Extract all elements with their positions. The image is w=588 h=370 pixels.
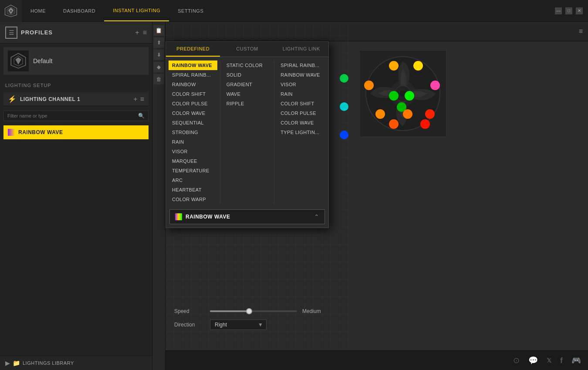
item-arc[interactable]: ARC bbox=[169, 175, 217, 185]
tab-predefined[interactable]: PREDEFINED bbox=[166, 42, 220, 57]
tool-btn-2[interactable]: ⬆ bbox=[154, 37, 164, 48]
profile-default[interactable]: Default bbox=[3, 47, 149, 75]
item-ll-rain[interactable]: RAIN bbox=[277, 89, 326, 99]
titlebar: HOME DASHBOARD INSTANT LIGHTING SETTINGS… bbox=[0, 0, 588, 22]
channel-menu-button[interactable]: ≡ bbox=[140, 95, 144, 103]
speed-slider-thumb[interactable] bbox=[246, 308, 252, 314]
item-gradient[interactable]: GRADIENT bbox=[223, 80, 272, 89]
maximize-button[interactable]: □ bbox=[565, 7, 572, 14]
direction-select[interactable]: Left Right Up Down bbox=[210, 320, 267, 330]
profiles-menu-button[interactable]: ≡ bbox=[143, 29, 147, 37]
tool-btn-5[interactable]: 🗑 bbox=[154, 74, 164, 84]
fan-svg bbox=[364, 54, 442, 133]
close-button[interactable]: ✕ bbox=[576, 7, 583, 14]
direction-select-wrapper: Left Right Up Down ▼ bbox=[210, 320, 267, 330]
selected-effect-icon bbox=[175, 213, 182, 220]
minimize-button[interactable]: — bbox=[555, 7, 562, 14]
search-input[interactable] bbox=[7, 113, 138, 118]
speed-slider[interactable] bbox=[210, 310, 297, 312]
item-ll-type-lighting[interactable]: TYPE LIGHTIN... bbox=[277, 128, 326, 137]
titlebar-nav: HOME DASHBOARD INSTANT LIGHTING SETTINGS bbox=[22, 0, 555, 21]
item-heartbeat[interactable]: HEARTBEAT bbox=[169, 185, 217, 195]
nav-settings[interactable]: SETTINGS bbox=[169, 0, 212, 21]
item-ll-color-shift[interactable]: COLOR SHIFT bbox=[277, 99, 326, 108]
item-rain[interactable]: RAIN bbox=[169, 137, 217, 147]
fan-dot-1 bbox=[389, 61, 399, 71]
dot-green bbox=[340, 74, 348, 83]
left-dots-column bbox=[340, 74, 348, 139]
fan-dot-2 bbox=[413, 61, 423, 71]
fan-dot-6 bbox=[405, 91, 414, 101]
item-ll-spiral[interactable]: SPIRAL RAINB... bbox=[277, 61, 326, 70]
direction-label: Direction bbox=[174, 322, 205, 328]
corsair-logo-icon bbox=[4, 4, 17, 17]
tab-custom[interactable]: CUSTOM bbox=[220, 42, 274, 57]
item-ll-visor[interactable]: VISOR bbox=[277, 80, 326, 89]
footer-icon-facebook[interactable]: f bbox=[560, 356, 563, 365]
item-strobing[interactable]: STROBING bbox=[169, 128, 217, 137]
tool-btn-3[interactable]: ⬇ bbox=[154, 50, 164, 60]
device-item-rainbow-wave[interactable]: RAINBOW WAVE bbox=[3, 125, 149, 139]
predefined-column: RAINBOW WAVE SPIRAL RAINB... RAINBOW COL… bbox=[166, 61, 220, 204]
selected-effect-bar[interactable]: RAINBOW WAVE ⌃ bbox=[169, 209, 325, 224]
content-area: ≡ bbox=[166, 22, 588, 370]
profile-logo-icon bbox=[10, 52, 27, 70]
item-color-warp[interactable]: COLOR WARP bbox=[169, 195, 217, 204]
add-channel-button[interactable]: + bbox=[133, 95, 137, 103]
item-wave[interactable]: WAVE bbox=[223, 89, 272, 99]
speed-slider-fill bbox=[210, 310, 249, 312]
speed-control-row: Speed Medium bbox=[174, 308, 579, 314]
sidebar-spacer bbox=[0, 141, 152, 356]
item-sequential[interactable]: SEQUENTIAL bbox=[169, 118, 217, 128]
chevron-up-icon: ⌃ bbox=[314, 213, 319, 220]
item-rainbow-wave[interactable]: RAINBOW WAVE bbox=[169, 61, 217, 70]
dropdown-panel: PREDEFINED CUSTOM LIGHTING LINK RAINBOW … bbox=[166, 41, 329, 228]
profiles-header: ☰ PROFILES + ≡ bbox=[0, 22, 152, 44]
dropdown-tabs: PREDEFINED CUSTOM LIGHTING LINK bbox=[166, 42, 328, 57]
dropdown-columns: RAINBOW WAVE SPIRAL RAINB... RAINBOW COL… bbox=[166, 57, 328, 208]
channel-actions: + ≡ bbox=[133, 95, 144, 103]
item-ripple[interactable]: RIPPLE bbox=[223, 99, 272, 108]
channel-name: LIGHTING CHANNEL 1 bbox=[20, 96, 130, 102]
custom-column: STATIC COLOR SOLID GRADIENT WAVE RIPPLE bbox=[220, 61, 275, 204]
footer-icon-twitter[interactable]: 𝕏 bbox=[547, 357, 551, 364]
footer-icon-chat[interactable]: 💬 bbox=[528, 356, 538, 365]
profiles-actions: + ≡ bbox=[135, 29, 147, 37]
item-color-wave[interactable]: COLOR WAVE bbox=[169, 108, 217, 118]
item-static-color[interactable]: STATIC COLOR bbox=[223, 61, 272, 70]
tool-btn-1[interactable]: 📋 bbox=[154, 25, 164, 36]
item-marquee[interactable]: MARQUEE bbox=[169, 156, 217, 166]
fan-dot-8 bbox=[375, 109, 385, 119]
lightings-library[interactable]: ▶ 📁 LIGHTINGS LIBRARY bbox=[0, 356, 152, 370]
device-name: RAINBOW WAVE bbox=[18, 129, 63, 135]
footer-icon-gamepad[interactable]: 🎮 bbox=[571, 356, 581, 365]
item-solid[interactable]: SOLID bbox=[223, 70, 272, 80]
dot-blue bbox=[340, 131, 348, 139]
tool-btn-4[interactable]: ◆ bbox=[154, 62, 164, 72]
profiles-title: PROFILES bbox=[21, 29, 132, 36]
footer-icon-1[interactable]: ⊙ bbox=[513, 356, 520, 365]
svg-point-2 bbox=[10, 10, 12, 12]
nav-dashboard[interactable]: DASHBOARD bbox=[54, 0, 104, 21]
add-profile-button[interactable]: + bbox=[135, 29, 139, 37]
item-ll-color-pulse[interactable]: COLOR PULSE bbox=[277, 108, 326, 118]
item-temperature[interactable]: TEMPERATURE bbox=[169, 166, 217, 175]
main-layout: ☰ PROFILES + ≡ Default LIGHTING SETUP bbox=[0, 22, 588, 370]
nav-instant-lighting[interactable]: INSTANT LIGHTING bbox=[104, 0, 169, 21]
channel-header: ⚡ LIGHTING CHANNEL 1 + ≡ bbox=[3, 92, 149, 106]
item-spiral-rainb[interactable]: SPIRAL RAINB... bbox=[169, 70, 217, 80]
item-ll-rainbow-wave[interactable]: RAINBOW WAVE bbox=[277, 70, 326, 80]
device-icon-strip bbox=[8, 129, 15, 136]
item-visor[interactable]: VISOR bbox=[169, 147, 217, 156]
tab-lighting-link[interactable]: LIGHTING LINK bbox=[274, 42, 328, 57]
fan-dot-12 bbox=[420, 119, 430, 129]
item-color-shift[interactable]: COLOR SHIFT bbox=[169, 89, 217, 99]
item-rainbow[interactable]: RAINBOW bbox=[169, 80, 217, 89]
nav-home[interactable]: HOME bbox=[22, 0, 54, 21]
item-ll-color-wave[interactable]: COLOR WAVE bbox=[277, 118, 326, 128]
item-color-pulse[interactable]: COLOR PULSE bbox=[169, 99, 217, 108]
content-menu-icon[interactable]: ≡ bbox=[579, 27, 583, 35]
profile-name: Default bbox=[33, 57, 52, 64]
channel-icon: ⚡ bbox=[8, 95, 17, 103]
speed-label: Speed bbox=[174, 308, 205, 314]
